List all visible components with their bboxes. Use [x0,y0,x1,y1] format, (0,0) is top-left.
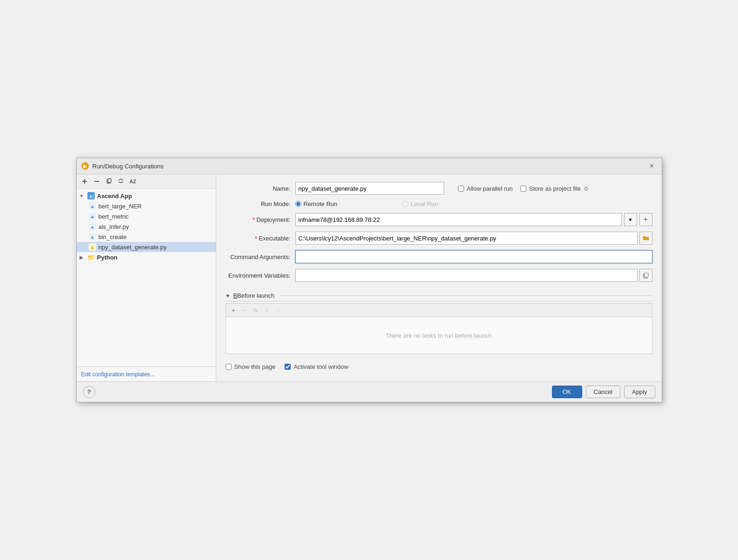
deployment-label: Deployment: [226,216,291,223]
tree-item-bert-large[interactable]: ▲ bert_large_NER [77,201,216,211]
tree-item-ais-infer[interactable]: ▲ ais_infer.py [77,221,216,232]
deployment-input[interactable] [295,213,622,226]
move-config-button[interactable] [116,176,126,187]
ascend-item-icon-4: ▲ [89,233,96,240]
tree-group-python-label: Python [97,254,118,261]
ascend-item-icon-5: ▲ [89,243,96,251]
executable-input[interactable] [295,232,638,245]
deployment-row: Deployment: ▼ + [226,213,652,226]
remote-run-radio[interactable] [295,201,301,207]
executable-input-group [295,232,652,245]
before-launch-toggle[interactable]: ▼ [226,293,231,299]
show-page-label: Show this page [234,363,276,370]
name-input[interactable] [295,182,444,195]
run-mode-label: Run Mode: [226,200,291,207]
action-buttons: OK Cancel Apply [552,386,655,398]
left-panel: AZ ▼ ▲ Ascend App ▲ bert_large_NER ▲ ber… [77,174,216,381]
remote-run-label: Remote Run [304,200,338,207]
local-run-radio[interactable] [402,201,408,207]
activate-tool-group: Activate tool window [285,363,348,370]
run-debug-dialog: ▶ Run/Debug Configurations × [76,158,662,402]
tree-item-bert-metric-label: bert_metric [99,213,129,220]
deployment-add-btn[interactable]: + [639,213,652,226]
expand-arrow-ascend: ▼ [80,193,85,199]
help-button[interactable]: ? [83,386,95,398]
dialog-icon: ▶ [81,162,89,170]
expand-arrow-python: ▶ [80,255,85,260]
before-launch-title: BBefore launch [233,292,274,299]
allow-parallel-group: Allow parallel run [458,185,513,192]
title-bar: ▶ Run/Debug Configurations × [77,158,662,174]
before-launch-content: There are no tasks to run before launch [226,317,652,354]
executable-folder-btn[interactable] [639,232,652,245]
svg-rect-4 [108,179,111,182]
bl-add-btn[interactable]: + [229,306,238,315]
before-launch-section: ▼ BBefore launch + − ✎ ↑ ↓ There are no … [226,290,652,354]
name-label: Name: [226,185,291,192]
ascend-item-icon-1: ▲ [89,202,96,210]
env-vars-row: Environment Variables: [226,269,652,282]
content-area: AZ ▼ ▲ Ascend App ▲ bert_large_NER ▲ ber… [77,174,662,381]
dialog-title: Run/Debug Configurations [93,163,164,170]
before-launch-toolbar: + − ✎ ↑ ↓ [226,303,652,317]
bl-edit-btn[interactable]: ✎ [251,306,260,315]
tree-item-npy-dataset[interactable]: ▲ npy_dataset_generate.py [77,242,216,252]
ok-button[interactable]: OK [552,386,582,398]
remote-run-option: Remote Run [295,200,338,207]
tree-group-ascend-label: Ascend App [97,193,132,200]
tree-item-bin-create[interactable]: ▲ bin_create [77,232,216,242]
sort-config-button[interactable]: AZ [128,176,138,187]
allow-parallel-label: Allow parallel run [467,185,513,192]
tree-item-ais-infer-label: ais_infer.py [99,223,129,230]
tree-group-ascend[interactable]: ▼ ▲ Ascend App [77,191,216,201]
command-args-input[interactable] [295,250,652,263]
env-vars-label: Environment Variables: [226,272,291,279]
edit-templates-link[interactable]: Edit configuration templates... [81,371,155,378]
tree-item-bert-metric[interactable]: ▲ bert_metric [77,211,216,221]
command-args-row: Command Arguments: [226,250,652,263]
remove-config-button[interactable] [92,176,102,187]
left-footer: Edit configuration templates... [77,367,216,381]
name-row: Name: Allow parallel run Store as projec… [226,182,652,195]
right-panel: Name: Allow parallel run Store as projec… [216,174,662,381]
env-vars-copy-btn[interactable] [639,269,652,282]
executable-row: Executable: [226,232,652,245]
bl-up-btn[interactable]: ↑ [262,306,272,315]
ascend-item-icon-2: ▲ [89,213,96,220]
settings-icon: ⚙ [584,186,589,192]
add-config-button[interactable] [80,176,90,187]
apply-button[interactable]: Apply [624,386,655,398]
config-tree: ▼ ▲ Ascend App ▲ bert_large_NER ▲ bert_m… [77,189,216,367]
ascend-item-icon-3: ▲ [89,223,96,230]
env-vars-input[interactable] [295,269,638,282]
tree-item-npy-dataset-label: npy_dataset_generate.py [99,244,167,251]
tree-group-python[interactable]: ▶ 📁 Python [77,252,216,262]
bottom-bar: ? OK Cancel Apply [77,381,662,402]
show-page-section: Show this page Activate tool window [226,360,652,374]
cancel-button[interactable]: Cancel [586,386,620,398]
deployment-input-group: ▼ + [295,213,652,226]
tree-item-bin-create-label: bin_create [99,233,127,240]
local-run-label: Local Run [411,200,438,207]
before-launch-underline: B [233,292,237,299]
svg-rect-6 [645,273,648,277]
activate-tool-checkbox[interactable] [285,364,291,370]
title-bar-left: ▶ Run/Debug Configurations [81,162,164,170]
copy-config-button[interactable] [104,176,114,187]
allow-parallel-checkbox[interactable] [458,186,464,192]
activate-tool-label: Activate tool window [293,363,348,370]
run-mode-row: Run Mode: Remote Run Local Run [226,200,652,207]
deployment-dropdown-btn[interactable]: ▼ [624,213,637,226]
store-project-checkbox[interactable] [520,186,526,192]
bl-remove-btn[interactable]: − [240,306,249,315]
tree-toolbar: AZ [77,174,216,189]
command-args-label: Command Arguments: [226,253,291,260]
no-tasks-text: There are no tasks to run before launch [386,332,492,339]
store-project-label: Store as project file ⚙ [529,185,589,192]
before-launch-header: ▼ BBefore launch [226,290,652,301]
executable-label: Executable: [226,235,291,242]
show-page-checkbox[interactable] [226,364,232,370]
close-button[interactable]: × [647,161,657,171]
run-mode-radio-group: Remote Run Local Run [295,200,439,207]
bl-down-btn[interactable]: ↓ [273,306,283,315]
